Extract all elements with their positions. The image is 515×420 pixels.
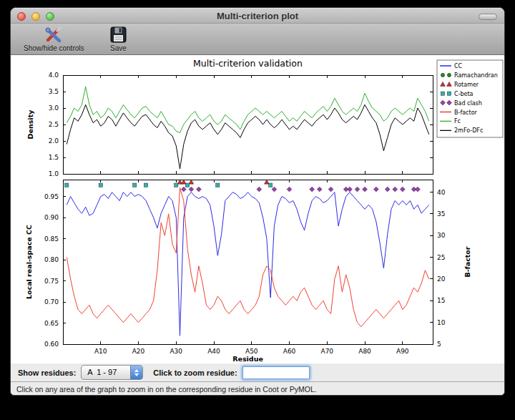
svg-text:A30: A30: [170, 348, 182, 355]
desktop-background: Multi-criterion plot Show/hide controls: [0, 0, 515, 420]
svg-text:A80: A80: [358, 348, 371, 355]
svg-text:0.60: 0.60: [44, 341, 59, 348]
svg-text:0.75: 0.75: [44, 278, 59, 285]
svg-text:A60: A60: [283, 348, 296, 355]
svg-text:Density: Density: [26, 109, 34, 140]
svg-text:CC: CC: [454, 63, 463, 69]
show-residues-label: Show residues:: [18, 368, 76, 377]
svg-text:C-beta: C-beta: [454, 91, 474, 97]
svg-text:3.5: 3.5: [49, 88, 59, 95]
status-bar: Click on any area of the graph to zoom i…: [11, 382, 504, 396]
svg-text:A90: A90: [396, 348, 409, 355]
bottom-controls-bar: Show residues: A 1 - 97 Click to zoom re…: [11, 363, 504, 382]
svg-text:3.0: 3.0: [49, 104, 59, 112]
multi-criterion-plot-window: Multi-criterion plot Show/hide controls: [10, 7, 505, 396]
status-bar-text: Click on any area of the graph to zoom i…: [16, 385, 317, 394]
residue-range-dropdown[interactable]: A 1 - 97: [81, 365, 143, 380]
svg-text:30: 30: [437, 232, 446, 239]
svg-text:20: 20: [437, 275, 446, 283]
svg-text:2.0: 2.0: [49, 137, 59, 145]
save-button[interactable]: Save: [106, 25, 132, 53]
svg-text:2.5: 2.5: [49, 121, 59, 128]
svg-text:0.80: 0.80: [44, 256, 59, 263]
zoom-residue-input[interactable]: [242, 366, 310, 379]
svg-text:Bad clash: Bad clash: [454, 100, 482, 107]
svg-text:0.85: 0.85: [44, 235, 59, 243]
toolbar-item-label: Save: [110, 44, 127, 52]
svg-text:Local real-space CC: Local real-space CC: [25, 225, 33, 299]
svg-text:0.65: 0.65: [44, 320, 59, 327]
svg-text:25: 25: [437, 254, 445, 261]
svg-text:Fc: Fc: [454, 118, 461, 124]
residue-range-value: A 1 - 97: [82, 366, 130, 379]
svg-text:0.70: 0.70: [44, 298, 59, 306]
svg-text:A40: A40: [207, 348, 220, 355]
multi-criterion-validation-chart[interactable]: 1.01.52.02.53.03.54.00.600.650.700.750.8…: [11, 55, 505, 363]
zoom-residue-label: Click to zoom residue:: [153, 368, 237, 377]
chevron-down-icon: [134, 373, 139, 376]
svg-text:0.95: 0.95: [44, 193, 59, 200]
svg-text:B-factor: B-factor: [464, 246, 471, 277]
svg-text:B-factor: B-factor: [454, 109, 478, 116]
svg-text:Residue: Residue: [232, 355, 263, 363]
svg-text:1.0: 1.0: [49, 170, 59, 177]
tools-icon: [44, 26, 64, 44]
window-title: Multi-criterion plot: [11, 11, 504, 21]
svg-text:10: 10: [437, 319, 446, 326]
svg-text:A50: A50: [245, 348, 258, 355]
svg-text:A70: A70: [320, 348, 333, 355]
save-icon: [109, 26, 129, 44]
show-hide-controls-button[interactable]: Show/hide controls: [21, 25, 87, 53]
chart-legend: CCRamachandranRotamerC-betaBad clashB-fa…: [437, 60, 503, 137]
svg-text:4.0: 4.0: [49, 72, 59, 79]
dropdown-stepper-icon: [130, 366, 142, 379]
toolbar-item-label: Show/hide controls: [24, 44, 84, 52]
svg-text:2mFo-DFc: 2mFo-DFc: [454, 127, 483, 134]
toolbar: Show/hide controls Save: [11, 24, 504, 55]
plot-content-area: 1.01.52.02.53.03.54.00.600.650.700.750.8…: [11, 55, 504, 363]
chevron-up-icon: [134, 369, 139, 372]
svg-text:0.90: 0.90: [44, 214, 59, 221]
svg-text:Multi-criterion validation: Multi-criterion validation: [193, 58, 303, 69]
svg-text:A20: A20: [132, 348, 145, 355]
axes: [63, 75, 433, 344]
toolbar-toggle-button[interactable]: [479, 14, 497, 20]
svg-text:Rotamer: Rotamer: [454, 82, 479, 88]
svg-text:1.5: 1.5: [49, 154, 59, 161]
svg-text:40: 40: [437, 189, 446, 196]
svg-text:5: 5: [437, 341, 441, 348]
svg-text:15: 15: [437, 297, 445, 304]
titlebar[interactable]: Multi-criterion plot: [11, 8, 504, 24]
svg-text:A10: A10: [94, 348, 107, 355]
svg-text:35: 35: [437, 210, 445, 218]
svg-text:Ramachandran: Ramachandran: [454, 72, 498, 79]
